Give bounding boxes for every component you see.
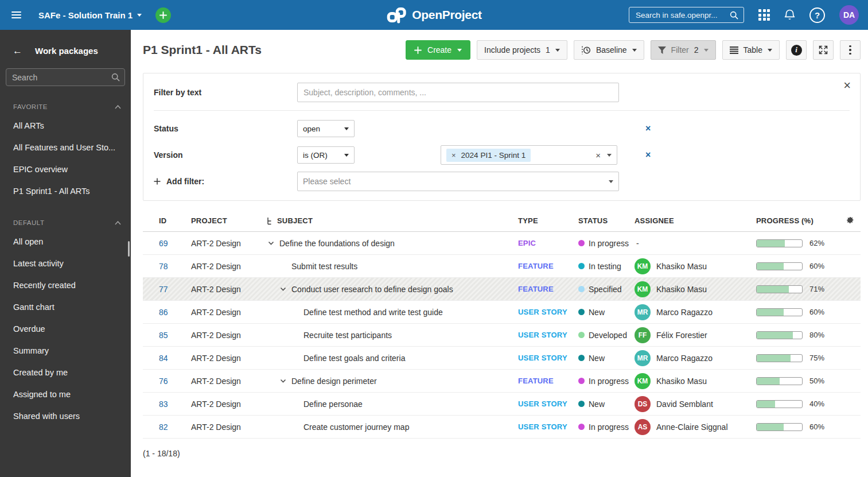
progress-cell[interactable]: 62% (752, 239, 838, 247)
progress-cell[interactable]: 71% (752, 285, 838, 293)
main-menu-icon[interactable] (9, 7, 24, 23)
type-cell[interactable]: FEATURE (513, 285, 574, 293)
table-row[interactable]: 82ART-2 DesignCreate customer journey ma… (143, 416, 861, 439)
table-row[interactable]: 76ART-2 DesignDefine design perimeterFEA… (143, 370, 861, 393)
quick-add-button[interactable] (155, 7, 171, 23)
view-mode-button[interactable]: Table (722, 40, 780, 60)
work-package-id-link[interactable]: 78 (159, 262, 168, 271)
chip-remove-icon[interactable]: × (451, 152, 456, 159)
collapse-chevron-icon[interactable] (267, 239, 276, 247)
sidebar-item[interactable]: All ARTs (0, 115, 131, 137)
column-header-id[interactable]: ID (143, 216, 184, 225)
include-projects-button[interactable]: Include projects 1 (477, 40, 567, 60)
remove-status-filter-icon[interactable]: × (645, 124, 651, 133)
sidebar-item[interactable]: Latest activity (0, 253, 131, 274)
info-button[interactable]: i (786, 40, 807, 60)
subject-cell[interactable]: Submit test results (264, 262, 513, 271)
assignee-cell[interactable]: ASAnne-Claire Siggnal (630, 419, 752, 435)
status-cell[interactable]: In testing (574, 262, 630, 271)
subject-cell[interactable]: Define test goals and criteria (264, 354, 513, 363)
sidebar-item[interactable]: Created by me (0, 362, 131, 383)
subject-cell[interactable]: Define personae (264, 400, 513, 409)
assignee-cell[interactable]: DSDavid Semblant (630, 396, 752, 412)
work-package-id-link[interactable]: 69 (159, 239, 168, 248)
sidebar-scrollbar[interactable] (128, 241, 130, 257)
work-package-id-link[interactable]: 85 (159, 331, 168, 340)
status-operator-select[interactable]: open (297, 120, 355, 137)
subject-cell[interactable]: Recruite test participants (264, 331, 513, 340)
status-cell[interactable]: In progress (574, 239, 630, 248)
status-cell[interactable]: New (574, 400, 630, 409)
sidebar-item[interactable]: Summary (0, 340, 131, 362)
assignee-cell[interactable]: KMKhasiko Masu (630, 373, 752, 389)
collapse-chevron-icon[interactable] (279, 285, 288, 293)
type-cell[interactable]: USER STORY (513, 331, 574, 339)
type-cell[interactable]: USER STORY (513, 308, 574, 316)
column-header-type[interactable]: TYPE (513, 216, 574, 225)
assignee-cell[interactable]: MRMarco Ragazzo (630, 304, 752, 320)
status-cell[interactable]: Developed (574, 331, 630, 340)
table-settings-gear-icon[interactable] (838, 217, 861, 225)
sidebar-item[interactable]: P1 Sprint1 - All ARTs (0, 180, 131, 202)
remove-version-filter-icon[interactable]: × (645, 150, 651, 160)
assignee-cell[interactable]: FFFélix Forestier (630, 327, 752, 343)
version-operator-select[interactable]: is (OR) (297, 146, 355, 164)
add-filter-label[interactable]: Add filter: (154, 177, 297, 186)
chevron-down-icon[interactable] (607, 154, 612, 157)
column-header-subject[interactable]: SUBJECT (264, 216, 513, 225)
sidebar-item[interactable]: Recently created (0, 274, 131, 296)
openproject-logo[interactable]: OpenProject (386, 7, 482, 24)
version-values-box[interactable]: × 2024 PI1 - Sprint 1 × (441, 145, 617, 165)
progress-cell[interactable]: 50% (752, 377, 838, 385)
sidebar-item[interactable]: All Features and User Sto... (0, 137, 131, 158)
progress-cell[interactable]: 60% (752, 262, 838, 270)
column-header-status[interactable]: STATUS (574, 216, 630, 225)
project-cell[interactable]: ART-2 Design (184, 331, 264, 340)
subject-cell[interactable]: Define test method and write test guide (264, 308, 513, 317)
apps-grid-icon[interactable] (758, 9, 770, 21)
table-row[interactable]: 77ART-2 DesignConduct user research to d… (143, 278, 861, 301)
work-package-id-link[interactable]: 82 (159, 422, 168, 432)
sidebar-item[interactable]: All open (0, 231, 131, 253)
table-row[interactable]: 84ART-2 DesignDefine test goals and crit… (143, 347, 861, 370)
column-header-assignee[interactable]: ASSIGNEE (630, 216, 752, 225)
assignee-cell[interactable]: MRMarco Ragazzo (630, 350, 752, 366)
subject-cell[interactable]: Define the foundations of design (264, 239, 513, 248)
subject-cell[interactable]: Define design perimeter (264, 377, 513, 386)
filter-text-input[interactable] (297, 83, 619, 102)
create-button[interactable]: Create (406, 40, 470, 60)
help-icon[interactable]: ? (809, 7, 825, 23)
status-cell[interactable]: Specified (574, 285, 630, 294)
notifications-bell-icon[interactable] (784, 9, 795, 21)
status-cell[interactable]: New (574, 308, 630, 317)
sidebar-item[interactable]: Gantt chart (0, 296, 131, 318)
type-cell[interactable]: USER STORY (513, 422, 574, 431)
sidebar-item[interactable]: Shared with users (0, 405, 131, 427)
status-cell[interactable]: New (574, 354, 630, 363)
sidebar-section-header[interactable]: FAVORITE (0, 103, 131, 110)
table-row[interactable]: 85ART-2 DesignRecruite test participants… (143, 324, 861, 347)
progress-cell[interactable]: 60% (752, 308, 838, 316)
status-cell[interactable]: In progress (574, 422, 630, 432)
project-cell[interactable]: ART-2 Design (184, 377, 264, 386)
table-row[interactable]: 86ART-2 DesignDefine test method and wri… (143, 301, 861, 324)
type-cell[interactable]: EPIC (513, 239, 574, 247)
work-package-id-link[interactable]: 86 (159, 308, 168, 317)
fullscreen-button[interactable] (813, 40, 834, 60)
project-cell[interactable]: ART-2 Design (184, 308, 264, 317)
project-cell[interactable]: ART-2 Design (184, 285, 264, 294)
more-options-button[interactable] (840, 40, 861, 60)
column-header-progress[interactable]: PROGRESS (%) (752, 216, 838, 225)
work-package-id-link[interactable]: 84 (159, 354, 168, 363)
add-filter-select[interactable]: Please select (297, 172, 619, 191)
sidebar-search-input[interactable] (6, 68, 125, 86)
type-cell[interactable]: FEATURE (513, 377, 574, 385)
global-search[interactable] (629, 7, 744, 23)
type-cell[interactable]: USER STORY (513, 354, 574, 362)
project-cell[interactable]: ART-2 Design (184, 400, 264, 409)
sidebar-section-header[interactable]: DEFAULT (0, 219, 131, 226)
assignee-cell[interactable]: - (630, 239, 752, 248)
assignee-cell[interactable]: KMKhasiko Masu (630, 281, 752, 297)
back-arrow-icon[interactable]: ← (13, 46, 22, 56)
collapse-chevron-icon[interactable] (279, 377, 288, 385)
